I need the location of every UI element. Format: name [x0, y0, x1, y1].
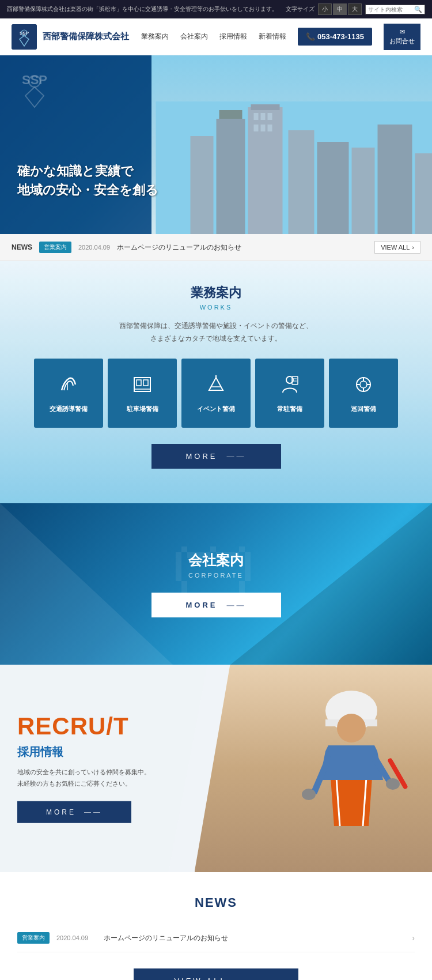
- news-bar-title: ホームページのリニューアルのお知らせ: [117, 243, 367, 252]
- logo-badge: SSP: [12, 24, 37, 50]
- works-description: 西部警備保障は、交通誘導警備や施設・イベントの警備など、 さまざまなカタチで地域…: [12, 320, 420, 345]
- font-size-small[interactable]: 小: [318, 3, 332, 15]
- traffic-icon: [57, 373, 80, 399]
- svg-rect-23: [137, 380, 141, 386]
- news-item-title: ホームページのリニューアルのお知らせ: [104, 933, 405, 943]
- svg-rect-5: [216, 119, 245, 234]
- recruit-description: 地域の安全を共に創っていける仲間を募集中。 未経験の方もお気軽にご応募ください。: [17, 767, 150, 790]
- corporate-title-jp: 会社案内: [151, 551, 281, 570]
- cityscape-svg: [151, 101, 433, 234]
- work-card-resident[interactable]: 常駐警備: [255, 359, 324, 428]
- font-size-buttons: 小 中 大: [318, 3, 362, 15]
- work-card-parking[interactable]: 駐車場警備: [108, 359, 177, 428]
- news-bar: NEWS 営業案内 2020.04.09 ホームページのリニューアルのお知らせ …: [0, 234, 432, 261]
- phone-icon: 📞: [306, 32, 317, 41]
- works-section: 業務案内 WORKS 西部警備保障は、交通誘導警備や施設・イベントの警備など、 …: [0, 261, 432, 503]
- svg-rect-14: [253, 113, 258, 120]
- corporate-content: 会社案内 CORPORATE MORE: [151, 551, 281, 617]
- nav-news[interactable]: 新着情報: [259, 32, 286, 42]
- svg-rect-17: [253, 125, 258, 131]
- svg-rect-11: [351, 148, 374, 234]
- ssp-logo-icon: SSP: [12, 24, 37, 50]
- view-all-center: VIEW ALL: [17, 968, 415, 980]
- svg-rect-15: [260, 113, 265, 120]
- top-bar-description: 西部警備保障株式会社は楽器の街「浜松市」を中心に交通誘導・安全管理等のお手伝いを…: [7, 5, 278, 13]
- nav-services[interactable]: 業務案内: [141, 32, 169, 42]
- corporate-title-en: CORPORATE: [151, 572, 281, 579]
- bottom-news-title: NEWS: [17, 895, 415, 910]
- work-label-traffic: 交通誘導警備: [50, 405, 88, 413]
- news-item-tag: 営業案内: [17, 932, 50, 944]
- logo-area: SSP 西部警備保障株式会社: [12, 24, 129, 50]
- font-size-large[interactable]: 大: [348, 3, 362, 15]
- font-size-medium[interactable]: 中: [333, 3, 347, 15]
- search-button[interactable]: 🔍: [414, 6, 422, 13]
- hero-section: SSP 確かな知識と実績で 地域の安心・安全を創る: [0, 55, 432, 234]
- work-card-traffic[interactable]: 交通誘導警備: [34, 359, 103, 428]
- svg-rect-18: [260, 125, 265, 131]
- hero-city-bg: [151, 55, 433, 234]
- company-name: 西部警備保障株式会社: [43, 31, 129, 42]
- recruit-person-svg: [259, 665, 420, 872]
- news-bar-date: 2020.04.09: [78, 244, 110, 251]
- svg-text:SSP: SSP: [22, 73, 47, 87]
- hero-headline1: 確かな知識と実績で: [17, 164, 134, 178]
- bottom-news-section: NEWS 営業案内 2020.04.09 ホームページのリニューアルのお知らせ …: [0, 872, 432, 980]
- phone-button[interactable]: 📞 053-473-1135: [298, 28, 372, 46]
- svg-rect-9: [288, 130, 314, 234]
- recruit-title-jp: 採用情報: [17, 744, 150, 760]
- works-title-en: WORKS: [12, 304, 420, 311]
- recruit-title-en: RECRU/T: [17, 714, 150, 738]
- news-bar-view-all[interactable]: VIEW ALL ›: [374, 241, 420, 254]
- work-label-event: イベント警備: [197, 405, 235, 413]
- svg-point-41: [337, 714, 366, 742]
- news-item-arrow-icon[interactable]: ›: [412, 933, 415, 943]
- contact-button[interactable]: ✉ お問合せ: [384, 24, 420, 50]
- svg-rect-12: [377, 125, 412, 234]
- patrol-icon: [352, 373, 375, 399]
- work-label-patrol: 巡回警備: [351, 405, 376, 413]
- search-input[interactable]: [368, 6, 414, 13]
- works-more-button[interactable]: MORE: [151, 444, 281, 469]
- svg-rect-13: [415, 153, 432, 234]
- contact-label: お問合せ: [389, 37, 415, 46]
- main-nav: 業務案内 会社案内 採用情報 新着情報 📞 053-473-1135 ✉ お問合…: [141, 24, 420, 50]
- recruit-section: RECRU/T 採用情報 地域の安全を共に創っていける仲間を募集中。 未経験の方…: [0, 665, 432, 872]
- svg-rect-6: [219, 110, 242, 119]
- work-label-resident: 常駐警備: [277, 405, 302, 413]
- hero-headline2: 地域の安心・安全を創る: [17, 183, 158, 197]
- work-card-patrol[interactable]: 巡回警備: [329, 359, 398, 428]
- top-bar-right: 文字サイズ 小 中 大 🔍: [286, 3, 425, 15]
- recruit-more-button[interactable]: MORE: [17, 801, 131, 823]
- resident-icon: [278, 373, 301, 399]
- view-all-button[interactable]: VIEW ALL: [134, 968, 298, 980]
- parking-icon: [131, 373, 154, 399]
- svg-rect-19: [267, 125, 272, 131]
- svg-rect-8: [251, 104, 279, 110]
- chevron-right-icon: ›: [412, 244, 414, 251]
- news-bar-tag: 営業案内: [39, 242, 71, 253]
- svg-rect-10: [317, 142, 348, 234]
- nav-company[interactable]: 会社案内: [180, 32, 208, 42]
- svg-rect-16: [267, 113, 272, 120]
- svg-point-43: [302, 789, 316, 800]
- recruit-bg-photo: [195, 665, 433, 872]
- svg-point-34: [360, 381, 367, 388]
- svg-rect-4: [190, 136, 213, 234]
- works-grid: 交通誘導警備 駐車場警備: [12, 359, 420, 428]
- news-item-date: 2020.04.09: [56, 934, 97, 941]
- nav-recruit[interactable]: 採用情報: [219, 32, 247, 42]
- city-buildings: [151, 101, 433, 234]
- bg-triangle1: [0, 503, 173, 665]
- header: SSP 西部警備保障株式会社 業務案内 会社案内 採用情報 新着情報 📞 053…: [0, 18, 432, 55]
- mail-icon: ✉: [400, 28, 405, 36]
- svg-point-44: [386, 778, 400, 790]
- top-bar: 西部警備保障株式会社は楽器の街「浜松市」を中心に交通誘導・安全管理等のお手伝いを…: [0, 0, 432, 18]
- corporate-section: 🛡 会社案内 CORPORATE MORE: [0, 503, 432, 665]
- hero-watermark-logo: SSP: [12, 67, 58, 115]
- work-card-event[interactable]: イベント警備: [181, 359, 251, 428]
- search-bar: 🔍: [365, 5, 425, 14]
- works-title-jp: 業務案内: [12, 284, 420, 301]
- news-bar-label: NEWS: [12, 243, 32, 251]
- corporate-more-button[interactable]: MORE: [151, 593, 281, 617]
